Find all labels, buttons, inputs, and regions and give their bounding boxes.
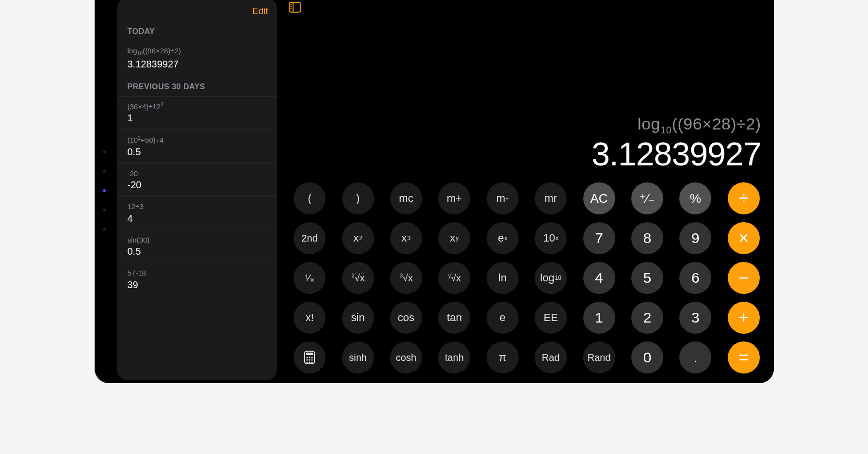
history-item[interactable]: (102+50)÷40.5 [117,130,277,163]
key-mc[interactable]: mc [390,182,422,214]
device-frame: Edit TODAYlog10((96×28)÷2)3.12839927PREV… [95,0,774,383]
history-item[interactable]: 12÷34 [117,196,277,230]
history-item-expression: log10((96×28)÷2) [128,46,266,57]
history-item-expression: 12÷3 [128,202,266,211]
key-fact[interactable]: x! [294,302,326,334]
history-item-expression: 57-18 [128,268,266,278]
svg-rect-6 [306,353,313,355]
svg-point-10 [307,359,308,360]
history-item-expression: (102+50)÷4 [128,135,266,145]
key-equals[interactable]: = [728,341,760,373]
edit-button[interactable]: Edit [252,6,268,16]
key-second[interactable]: 2nd [294,222,326,254]
key-recip[interactable]: ¹⁄ₓ [294,262,326,294]
key-three[interactable]: 3 [679,302,711,334]
key-six[interactable]: 6 [679,262,711,294]
key-minus[interactable]: − [728,262,760,294]
key-tanh[interactable]: tanh [438,341,470,373]
key-tenx[interactable]: 10x [535,222,567,254]
history-item-result: 0.5 [128,146,266,158]
calculator-area: log10((96×28)÷2) 3.12839927 ()mcm+m-mrAC… [280,0,774,383]
history-item-result: 39 [128,279,266,291]
key-mr[interactable]: mr [535,182,567,214]
display-expression: log10((96×28)÷2) [638,114,761,136]
history-item[interactable]: (36×4)÷1221 [117,96,277,130]
key-two[interactable]: 2 [631,302,663,334]
key-nine[interactable]: 9 [679,222,711,254]
svg-rect-0 [289,2,301,12]
display-result: 3.12839927 [591,135,761,173]
key-negate[interactable]: ⁺∕₋ [631,182,663,214]
key-cosh[interactable]: cosh [390,341,422,373]
key-tan[interactable]: tan [438,302,470,334]
key-rad[interactable]: Rad [535,341,567,373]
key-zero[interactable]: 0 [631,341,663,373]
svg-point-13 [307,361,308,363]
key-five[interactable]: 5 [631,262,663,294]
key-xsq[interactable]: x2 [342,222,374,254]
key-rand[interactable]: Rand [583,341,615,373]
svg-point-15 [311,361,313,363]
history-item-expression: (36×4)÷122 [128,101,266,112]
key-one[interactable]: 1 [583,302,615,334]
key-xcb[interactable]: x3 [390,222,422,254]
key-lparen[interactable]: ( [294,182,326,214]
key-yroot[interactable]: y√x [438,262,470,294]
key-seven[interactable]: 7 [583,222,615,254]
key-rparen[interactable]: ) [342,182,374,214]
history-item-expression: -20 [128,169,266,178]
key-eight[interactable]: 8 [631,222,663,254]
history-item[interactable]: 57-1839 [117,263,277,296]
key-divide[interactable]: ÷ [728,182,760,214]
svg-point-14 [309,361,311,363]
history-panel: Edit TODAYlog10((96×28)÷2)3.12839927PREV… [117,0,277,380]
keypad: ()mcm+m-mrAC⁺∕₋%÷2ndx2x3xyex10x789×¹⁄ₓ2√… [282,179,772,379]
history-item[interactable]: -20-20 [117,163,277,197]
key-cos[interactable]: cos [390,302,422,334]
key-multiply[interactable]: × [728,222,760,254]
history-item-expression: sin(30) [128,235,266,245]
svg-point-12 [311,359,313,360]
svg-point-9 [311,357,313,358]
history-item-result: 1 [128,112,266,124]
history-item-result: 3.12839927 [128,58,266,70]
history-item-result: -20 [128,179,266,191]
key-percent[interactable]: % [679,182,711,214]
key-cbrt[interactable]: 3√x [390,262,422,294]
key-ac[interactable]: AC [583,182,615,214]
key-ex[interactable]: ex [487,222,519,254]
key-xy[interactable]: xy [438,222,470,254]
key-ee[interactable]: EE [535,302,567,334]
sidebar-toggle-icon[interactable] [289,2,301,13]
svg-point-7 [307,357,308,358]
history-section-title: PREVIOUS 30 DAYS [117,76,277,96]
history-item[interactable]: log10((96×28)÷2)3.12839927 [117,41,277,76]
history-item-result: 4 [128,212,266,224]
key-four[interactable]: 4 [583,262,615,294]
svg-point-11 [309,359,311,360]
key-basic[interactable] [294,341,326,373]
key-e[interactable]: e [487,302,519,334]
key-mplus[interactable]: m+ [438,182,470,214]
key-sqrt[interactable]: 2√x [342,262,374,294]
key-mminus[interactable]: m- [487,182,519,214]
key-sinh[interactable]: sinh [342,341,374,373]
history-item-result: 0.5 [128,245,266,257]
key-sin[interactable]: sin [342,302,374,334]
key-ln[interactable]: ln [487,262,519,294]
key-pi[interactable]: π [487,341,519,373]
key-plus[interactable]: + [728,302,760,334]
history-item[interactable]: sin(30)0.5 [117,230,277,263]
key-dot[interactable]: . [679,341,711,373]
key-log10[interactable]: log10 [535,262,567,294]
history-section-title: TODAY [117,20,277,41]
calculator-display: log10((96×28)÷2) 3.12839927 [282,16,772,179]
device-bezel [95,0,114,383]
svg-point-8 [309,357,311,358]
